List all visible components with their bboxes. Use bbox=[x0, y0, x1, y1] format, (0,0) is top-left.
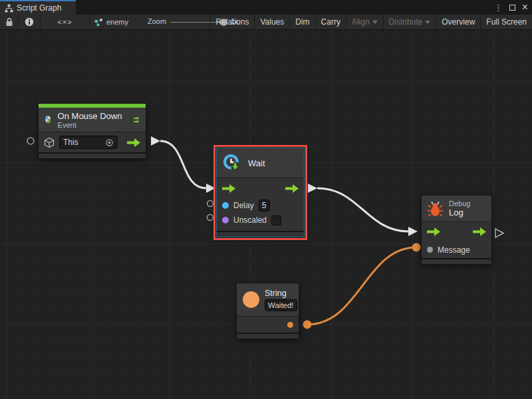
relations-button[interactable]: Relations bbox=[209, 15, 254, 29]
output-port-flow[interactable] bbox=[495, 229, 503, 237]
node-header: Debug Log bbox=[422, 196, 491, 222]
lock-button[interactable] bbox=[0, 15, 19, 29]
graph-name: enemy bbox=[106, 18, 128, 26]
flow-output-triangle bbox=[151, 136, 160, 146]
input-port-delay[interactable] bbox=[207, 201, 213, 207]
chevron-down-icon bbox=[372, 21, 378, 24]
flow-output-triangle bbox=[308, 184, 317, 193]
message-port-icon[interactable] bbox=[427, 247, 433, 253]
node-debug-log[interactable]: Debug Log Message bbox=[421, 195, 492, 265]
graph-breadcrumb[interactable]: enemy bbox=[94, 15, 128, 29]
values-button[interactable]: Values bbox=[254, 15, 289, 29]
node-footer bbox=[217, 231, 304, 237]
node-footer bbox=[237, 332, 299, 338]
node-header: On Mouse Down Event bbox=[39, 108, 146, 132]
unscaled-checkbox[interactable] bbox=[271, 215, 281, 225]
value-wire-endpoint bbox=[303, 321, 312, 329]
node-footer bbox=[39, 152, 146, 158]
node-on-mouse-down[interactable]: On Mouse Down Event This bbox=[38, 103, 146, 159]
node-string[interactable]: String Waited! bbox=[236, 283, 299, 339]
code-preview-button[interactable]: <×> bbox=[41, 15, 90, 29]
mouse-down-icon bbox=[45, 111, 52, 128]
window-controls: ⋮ × bbox=[494, 0, 528, 15]
unscaled-port-icon[interactable] bbox=[222, 217, 229, 223]
info-icon bbox=[25, 17, 34, 27]
flow-out-arrow-icon[interactable] bbox=[285, 184, 299, 193]
window-menu-icon[interactable]: ⋮ bbox=[494, 3, 503, 12]
node-title: Log bbox=[449, 207, 470, 217]
node-title: On Mouse Down bbox=[58, 111, 122, 121]
node-category: Debug bbox=[449, 200, 470, 207]
target-object-field[interactable]: This bbox=[59, 136, 118, 149]
node-title: String bbox=[265, 289, 297, 298]
graph-toolbar: <×> enemy Zoom 1x Relations Values Dim C… bbox=[0, 15, 532, 30]
dim-button[interactable]: Dim bbox=[289, 15, 315, 29]
gameobject-cube-icon bbox=[44, 137, 55, 148]
string-output-port[interactable] bbox=[287, 322, 293, 328]
flow-row bbox=[422, 222, 491, 241]
script-graph-window: Script Graph ⋮ × <×> bbox=[0, 0, 532, 399]
overview-button[interactable]: Overview bbox=[436, 15, 480, 29]
node-title: Wait bbox=[248, 158, 265, 168]
flow-arrowhead bbox=[408, 227, 418, 236]
delay-row: Delay 5 bbox=[217, 198, 304, 212]
node-header: String Waited! bbox=[237, 283, 299, 317]
string-icon bbox=[243, 291, 259, 308]
wait-clock-icon bbox=[223, 154, 242, 173]
tab-title: Script Graph bbox=[17, 3, 61, 13]
graph-hierarchy-icon bbox=[5, 4, 13, 13]
unscaled-label: Unscaled bbox=[233, 215, 267, 225]
value-wire-endpoint bbox=[412, 243, 421, 252]
object-picker-icon[interactable] bbox=[105, 138, 114, 147]
close-icon[interactable]: × bbox=[522, 2, 528, 13]
distribute-button[interactable]: Distribute bbox=[383, 15, 436, 29]
flow-arrowhead bbox=[206, 184, 215, 193]
message-row: Message bbox=[422, 241, 491, 258]
delay-label: Delay bbox=[233, 201, 254, 210]
target-row: This bbox=[39, 132, 146, 152]
lock-icon bbox=[5, 17, 13, 27]
flow-in-arrow-icon[interactable] bbox=[222, 184, 235, 193]
connection-wait-log[interactable] bbox=[317, 188, 408, 231]
connection-string-message[interactable] bbox=[307, 247, 416, 325]
graph-canvas[interactable]: On Mouse Down Event This bbox=[0, 30, 532, 399]
toolbar-actions: Relations Values Dim Carry Align Distrib… bbox=[209, 15, 532, 29]
input-port-unscaled[interactable] bbox=[207, 215, 213, 221]
tab-bar: Script Graph ⋮ × bbox=[0, 0, 532, 15]
flow-out-arrow-icon[interactable] bbox=[473, 227, 486, 236]
carry-button[interactable]: Carry bbox=[315, 15, 346, 29]
node-header: Wait bbox=[217, 148, 304, 178]
delay-port-icon[interactable] bbox=[222, 202, 229, 209]
message-label: Message bbox=[438, 245, 470, 255]
tab-script-graph[interactable]: Script Graph bbox=[0, 0, 76, 15]
input-port-gameobject[interactable] bbox=[27, 138, 34, 144]
info-button[interactable] bbox=[19, 15, 41, 29]
flow-out-arrow-icon[interactable] bbox=[127, 138, 140, 147]
flow-in-arrow-icon[interactable] bbox=[427, 227, 440, 236]
graph-icon bbox=[94, 18, 103, 27]
node-subtitle: Event bbox=[58, 121, 122, 129]
connection-mousedown-wait[interactable] bbox=[160, 141, 206, 188]
zoom-label: Zoom bbox=[148, 17, 166, 25]
node-footer bbox=[422, 258, 491, 264]
node-wait[interactable]: Wait Delay 5 Unscaled bbox=[216, 148, 305, 237]
chevron-down-icon bbox=[425, 21, 430, 24]
unscaled-row: Unscaled bbox=[217, 212, 304, 228]
delay-value-field[interactable]: 5 bbox=[259, 200, 270, 211]
event-trigger-icon bbox=[134, 114, 140, 126]
output-row bbox=[237, 317, 299, 332]
flow-row bbox=[217, 178, 304, 198]
debug-bug-icon bbox=[428, 200, 443, 217]
align-button[interactable]: Align bbox=[346, 15, 383, 29]
string-value-field[interactable]: Waited! bbox=[265, 299, 297, 311]
fullscreen-button[interactable]: Full Screen bbox=[480, 15, 532, 29]
maximize-icon[interactable] bbox=[509, 5, 515, 11]
